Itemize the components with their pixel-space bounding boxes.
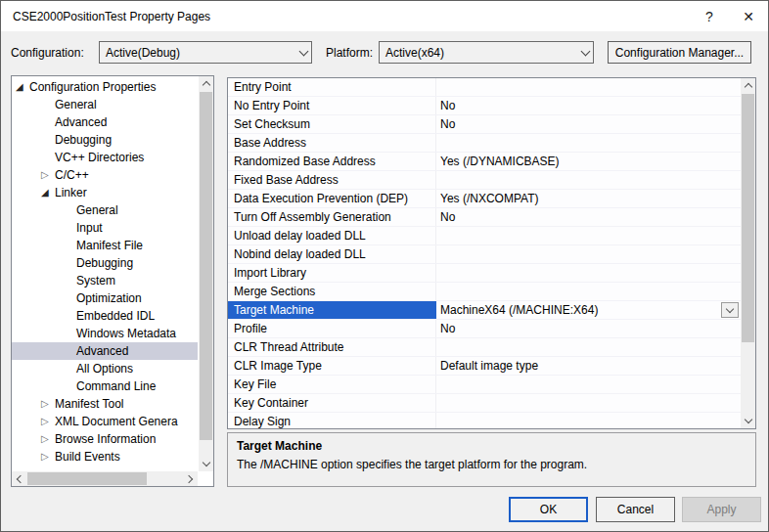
tree-collapsed-icon[interactable]: ▷ bbox=[41, 395, 53, 413]
sidebar-item-embedded-idl[interactable]: Embedded IDL bbox=[12, 307, 198, 325]
sidebar-item-manifest-tool[interactable]: ▷Manifest Tool bbox=[12, 395, 198, 413]
property-value[interactable]: No bbox=[436, 320, 741, 337]
property-name[interactable]: Randomized Base Address bbox=[228, 153, 436, 170]
property-name[interactable]: Merge Sections bbox=[228, 283, 436, 300]
property-value[interactable] bbox=[436, 376, 741, 393]
configuration-dropdown[interactable]: Active(Debug) bbox=[99, 41, 312, 64]
property-value[interactable]: Yes (/NXCOMPAT) bbox=[436, 190, 741, 207]
property-value[interactable]: MachineX64 (/MACHINE:X64) bbox=[436, 301, 741, 319]
property-value[interactable]: No bbox=[436, 97, 741, 114]
property-name[interactable]: Key Container bbox=[228, 394, 436, 412]
sidebar-item-debugging[interactable]: Debugging bbox=[12, 254, 198, 272]
property-name[interactable]: Entry Point bbox=[228, 78, 436, 96]
configuration-manager-button[interactable]: Configuration Manager... bbox=[608, 41, 751, 64]
property-name[interactable]: Key File bbox=[228, 376, 436, 393]
scroll-up-icon[interactable] bbox=[199, 76, 213, 91]
property-row-import-library[interactable]: Import Library bbox=[228, 264, 741, 283]
sidebar-item-system[interactable]: System bbox=[12, 272, 198, 289]
property-name[interactable]: Import Library bbox=[228, 264, 436, 282]
tree-collapsed-icon[interactable]: ▷ bbox=[41, 430, 53, 448]
tree-vertical-scrollbar[interactable] bbox=[199, 76, 213, 471]
property-row-clr-thread-attribute[interactable]: CLR Thread Attribute bbox=[228, 338, 741, 357]
property-value[interactable] bbox=[436, 245, 741, 263]
property-value[interactable]: Default image type bbox=[436, 357, 741, 375]
property-name[interactable]: Profile bbox=[228, 320, 436, 337]
property-value[interactable]: No bbox=[436, 208, 741, 226]
sidebar-item-advanced[interactable]: Advanced bbox=[12, 113, 198, 131]
tree-collapsed-icon[interactable]: ▷ bbox=[41, 448, 53, 466]
property-value[interactable] bbox=[436, 413, 741, 428]
property-row-unload-delay-loaded-dll[interactable]: Unload delay loaded DLL bbox=[228, 227, 741, 245]
platform-dropdown[interactable]: Active(x64) bbox=[379, 41, 594, 64]
property-value[interactable] bbox=[436, 283, 741, 300]
property-name[interactable]: Turn Off Assembly Generation bbox=[228, 208, 436, 226]
sidebar-item-advanced[interactable]: Advanced bbox=[12, 342, 198, 360]
property-row-fixed-base-address[interactable]: Fixed Base Address bbox=[228, 171, 741, 190]
apply-button[interactable]: Apply bbox=[682, 497, 761, 522]
property-row-base-address[interactable]: Base Address bbox=[228, 134, 741, 153]
sidebar-item-general[interactable]: General bbox=[12, 96, 198, 113]
property-row-no-entry-point[interactable]: No Entry PointNo bbox=[228, 97, 741, 115]
value-dropdown-button[interactable] bbox=[721, 302, 739, 318]
tree-expanded-icon[interactable]: ◢ bbox=[41, 184, 53, 201]
property-name[interactable]: Base Address bbox=[228, 134, 436, 152]
grid-scrollbar-thumb[interactable] bbox=[742, 94, 754, 342]
sidebar-item-c-c-[interactable]: ▷C/C++ bbox=[12, 166, 198, 184]
sidebar-item-configuration-properties[interactable]: ◢Configuration Properties bbox=[12, 78, 198, 96]
grid-vertical-scrollbar[interactable] bbox=[741, 78, 755, 428]
property-row-merge-sections[interactable]: Merge Sections bbox=[228, 283, 741, 301]
property-name[interactable]: Set Checksum bbox=[228, 115, 436, 133]
sidebar-item-manifest-file[interactable]: Manifest File bbox=[12, 237, 198, 254]
property-name[interactable]: Delay Sign bbox=[228, 413, 436, 428]
scroll-left-icon[interactable] bbox=[12, 471, 26, 486]
sidebar-item-windows-metadata[interactable]: Windows Metadata bbox=[12, 325, 198, 342]
tree-horizontal-scrollbar[interactable] bbox=[12, 471, 198, 486]
property-value[interactable] bbox=[436, 338, 741, 356]
property-name[interactable]: Unload delay loaded DLL bbox=[228, 227, 436, 244]
property-row-entry-point[interactable]: Entry Point bbox=[228, 78, 741, 97]
property-value[interactable] bbox=[436, 227, 741, 244]
property-value[interactable] bbox=[436, 134, 741, 152]
property-value[interactable] bbox=[436, 171, 741, 189]
help-button[interactable]: ? bbox=[690, 1, 729, 31]
sidebar-item-optimization[interactable]: Optimization bbox=[12, 289, 198, 307]
sidebar-item-vc-directories[interactable]: VC++ Directories bbox=[12, 149, 198, 166]
sidebar-item-general[interactable]: General bbox=[12, 201, 198, 219]
tree-scrollbar-thumb[interactable] bbox=[200, 92, 212, 440]
property-name[interactable]: No Entry Point bbox=[228, 97, 436, 114]
sidebar-item-command-line[interactable]: Command Line bbox=[12, 377, 198, 395]
property-row-data-execution-prevention-dep-[interactable]: Data Execution Prevention (DEP)Yes (/NXC… bbox=[228, 190, 741, 208]
property-row-profile[interactable]: ProfileNo bbox=[228, 320, 741, 338]
sidebar-item-all-options[interactable]: All Options bbox=[12, 360, 198, 377]
sidebar-item-debugging[interactable]: Debugging bbox=[12, 131, 198, 149]
property-value[interactable] bbox=[436, 78, 741, 96]
property-name[interactable]: CLR Thread Attribute bbox=[228, 338, 436, 356]
tree-expanded-icon[interactable]: ◢ bbox=[16, 78, 27, 96]
scroll-down-icon[interactable] bbox=[199, 457, 213, 471]
property-name[interactable]: CLR Image Type bbox=[228, 357, 436, 375]
sidebar-item-input[interactable]: Input bbox=[12, 219, 198, 237]
property-value[interactable]: No bbox=[436, 115, 741, 133]
tree-collapsed-icon[interactable]: ▷ bbox=[41, 413, 53, 430]
property-row-nobind-delay-loaded-dll[interactable]: Nobind delay loaded DLL bbox=[228, 245, 741, 264]
tree-hscrollbar-thumb[interactable] bbox=[27, 472, 147, 485]
property-row-clr-image-type[interactable]: CLR Image TypeDefault image type bbox=[228, 357, 741, 376]
property-name[interactable]: Nobind delay loaded DLL bbox=[228, 245, 436, 263]
property-row-delay-sign[interactable]: Delay Sign bbox=[228, 413, 741, 428]
property-name[interactable]: Fixed Base Address bbox=[228, 171, 436, 189]
property-row-target-machine[interactable]: Target MachineMachineX64 (/MACHINE:X64) bbox=[228, 301, 741, 320]
property-name[interactable]: Data Execution Prevention (DEP) bbox=[228, 190, 436, 207]
property-name[interactable]: Target Machine bbox=[228, 301, 436, 319]
property-row-key-container[interactable]: Key Container bbox=[228, 394, 741, 413]
sidebar-item-build-events[interactable]: ▷Build Events bbox=[12, 448, 198, 466]
scroll-up-icon[interactable] bbox=[741, 78, 755, 93]
property-value[interactable]: Yes (/DYNAMICBASE) bbox=[436, 153, 741, 170]
close-button[interactable]: ✕ bbox=[729, 1, 768, 31]
sidebar-item-linker[interactable]: ◢Linker bbox=[12, 184, 198, 201]
sidebar-item-browse-information[interactable]: ▷Browse Information bbox=[12, 430, 198, 448]
ok-button[interactable]: OK bbox=[509, 497, 588, 522]
property-row-randomized-base-address[interactable]: Randomized Base AddressYes (/DYNAMICBASE… bbox=[228, 153, 741, 171]
scroll-down-icon[interactable] bbox=[741, 414, 755, 428]
property-value[interactable] bbox=[436, 264, 741, 282]
cancel-button[interactable]: Cancel bbox=[596, 497, 675, 522]
